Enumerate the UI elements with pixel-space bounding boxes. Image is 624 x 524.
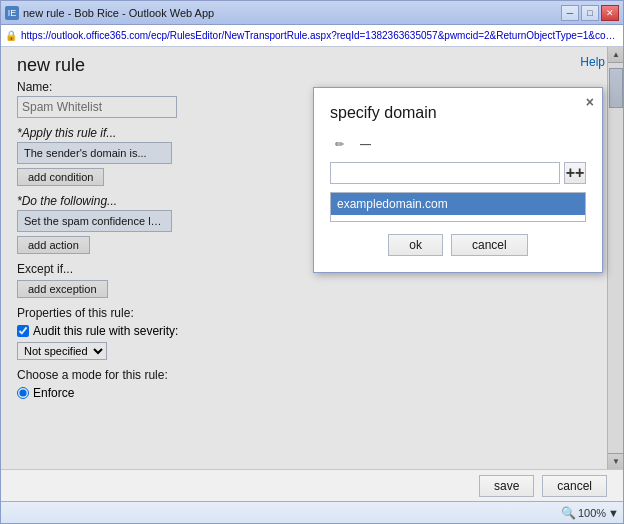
zoom-area: 🔍 100% ▼ (561, 506, 619, 520)
status-bar: 🔍 100% ▼ (1, 501, 623, 523)
remove-icon-button[interactable] (355, 134, 376, 154)
window-title: new rule - Bob Rice - Outlook Web App (23, 7, 214, 19)
zoom-dropdown-arrow[interactable]: ▼ (608, 507, 619, 519)
domain-input[interactable] (330, 162, 560, 184)
lock-icon: 🔒 (5, 30, 17, 41)
modal-buttons: ok cancel (330, 234, 586, 256)
address-url: https://outlook.office365.com/ecp/RulesE… (21, 30, 619, 41)
modal-overlay: × specify domain + exa (1, 47, 623, 469)
modal-add-button[interactable]: + (564, 162, 586, 184)
window-chrome: IE new rule - Bob Rice - Outlook Web App… (0, 0, 624, 524)
minus-icon (360, 137, 371, 151)
modal-title: specify domain (330, 104, 586, 122)
specify-domain-dialog: × specify domain + exa (313, 87, 603, 273)
modal-cancel-button[interactable]: cancel (451, 234, 528, 256)
modal-input-row: + (330, 162, 586, 184)
title-bar: IE new rule - Bob Rice - Outlook Web App… (1, 1, 623, 25)
minimize-button[interactable]: ─ (561, 5, 579, 21)
modal-toolbar (330, 134, 586, 154)
edit-icon-button[interactable] (330, 134, 349, 154)
plus-icon: + (566, 164, 585, 182)
title-buttons: ─ □ ✕ (561, 5, 619, 21)
domain-list-item[interactable]: exampledomain.com (331, 193, 585, 215)
content-area: Help new rule Name: *Apply this rule if.… (1, 47, 623, 469)
title-bar-left: IE new rule - Bob Rice - Outlook Web App (5, 6, 214, 20)
modal-ok-button[interactable]: ok (388, 234, 443, 256)
maximize-button[interactable]: □ (581, 5, 599, 21)
pencil-icon (335, 137, 344, 151)
modal-close-button[interactable]: × (586, 94, 594, 110)
bottom-bar: save cancel (1, 469, 623, 501)
close-button[interactable]: ✕ (601, 5, 619, 21)
zoom-icon: 🔍 (561, 506, 576, 520)
address-bar: 🔒 https://outlook.office365.com/ecp/Rule… (1, 25, 623, 47)
save-button[interactable]: save (479, 475, 534, 497)
cancel-button[interactable]: cancel (542, 475, 607, 497)
domain-list[interactable]: exampledomain.com (330, 192, 586, 222)
app-icon: IE (5, 6, 19, 20)
zoom-label: 100% (578, 507, 606, 519)
